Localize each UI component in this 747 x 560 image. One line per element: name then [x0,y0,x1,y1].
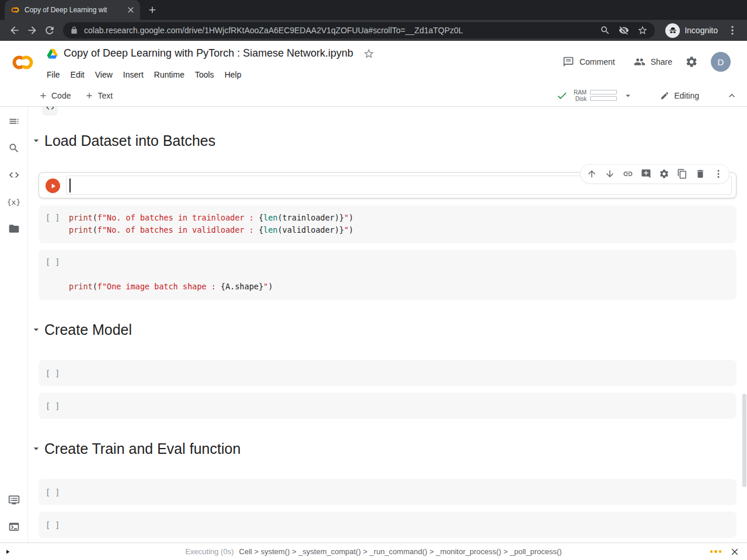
notebook-title[interactable]: Copy of Deep Learning with PyTorch : Sia… [64,47,353,60]
notebook-toolbar: Code Text RAM Disk Editing [0,85,747,107]
empty-code-cell[interactable]: [ ] [39,479,736,505]
notebook-scroll-area[interactable]: Load Dataset into Batches [ ] print(f"No… [28,107,747,542]
section-header-create-model: Create Model [30,320,132,340]
add-text-cell-button[interactable]: Text [85,91,113,100]
menu-file[interactable]: File [41,68,65,82]
section-header-train-eval: Create Train and Eval function [30,439,240,459]
plus-icon [39,91,48,100]
ram-label: RAM [574,89,587,96]
move-cell-down-button[interactable] [602,167,617,181]
executing-label: Executing (0s) [185,547,233,556]
move-cell-up-button[interactable] [584,167,599,181]
new-tab-button[interactable] [147,5,158,15]
people-icon [634,56,645,68]
section-title: Load Dataset into Batches [44,132,215,149]
console-button[interactable] [0,487,27,513]
run-cell-button[interactable] [46,178,60,193]
cell-code[interactable]: print(f"One image batch shape : {A.shape… [69,250,273,300]
settings-button[interactable] [685,55,698,68]
browser-toolbar: colab.research.google.com/drive/1HWjcfRK… [0,20,747,41]
delete-cell-button[interactable] [693,167,707,181]
browser-tab-strip: Copy of Deep Learning wit [0,0,747,20]
section-collapse-icon[interactable] [30,324,42,335]
add-code-cell-button[interactable]: Code [39,91,71,100]
menu-tools[interactable]: Tools [190,68,219,82]
collapse-toolbar-button[interactable] [726,90,738,102]
menu-view[interactable]: View [90,68,118,82]
terminal-button[interactable] [0,513,27,540]
menu-bar: File Edit View Insert Runtime Tools Help [41,68,246,82]
cell-prompt: [ ] [39,369,60,378]
browser-tab[interactable]: Copy of Deep Learning wit [5,0,140,20]
cell-code[interactable]: print(f"No. of batches in trainloader : … [69,205,354,243]
connected-check-icon [556,90,568,102]
left-sidebar: {x} [0,107,28,542]
menu-edit[interactable]: Edit [65,68,90,82]
address-bar[interactable]: colab.research.google.com/drive/1HWjcfRK… [63,22,655,38]
more-cell-actions-button[interactable] [711,167,725,181]
browser-window: Copy of Deep Learning wit colab.research… [0,0,747,560]
busy-indicator [710,550,722,553]
expand-panel-button[interactable] [4,548,11,555]
empty-code-cell[interactable]: [ ] [39,393,736,419]
resource-labels: RAM Disk [574,89,587,102]
close-status-button[interactable] [729,547,740,557]
code-snippets-button[interactable] [0,162,27,188]
ram-usage-bar [590,90,617,94]
zoom-icon[interactable] [600,25,610,36]
cell-prompt: [ ] [39,205,69,243]
cell-prompt: [ ] [39,250,69,300]
editing-mode-button[interactable]: Editing [660,91,699,100]
copy-link-to-cell-button[interactable] [620,167,635,181]
url-text: colab.research.google.com/drive/1HWjcfRK… [84,26,594,35]
code-cell-image-shape[interactable]: [ ] print(f"One image batch shape : {A.s… [39,250,736,300]
menu-help[interactable]: Help [219,68,247,82]
status-bar: Executing (0s) Cell > system() > _system… [0,542,747,560]
share-button[interactable]: Share [634,56,672,68]
cell-settings-button[interactable] [657,167,671,181]
star-notebook-button[interactable] [363,48,375,60]
incognito-icon [665,23,680,38]
show-code-icon[interactable] [42,107,58,116]
tab-title: Copy of Deep Learning wit [25,6,121,14]
incognito-label: Incognito [685,26,718,35]
resource-usage[interactable] [590,90,617,101]
code-cell-batches[interactable]: [ ] print(f"No. of batches in trainloade… [39,205,736,243]
colab-logo-icon[interactable] [8,50,37,75]
browser-menu-button[interactable] [724,22,741,39]
google-drive-icon [47,48,58,60]
section-collapse-icon[interactable] [30,135,42,146]
reload-button[interactable] [41,22,58,39]
text-cursor [69,178,71,192]
empty-code-cell[interactable]: [ ] [39,360,736,386]
lock-icon[interactable] [70,26,78,34]
cell-gutter [39,173,66,198]
cell-prompt: [ ] [39,520,60,530]
tab-close-icon[interactable] [126,5,135,15]
mirror-cell-button[interactable] [675,167,689,181]
plus-icon [85,91,94,100]
empty-code-cell[interactable]: [ ] [39,512,736,538]
account-avatar[interactable]: D [711,52,731,72]
tracking-protection-icon[interactable] [619,25,629,36]
back-button[interactable] [6,22,23,39]
find-replace-button[interactable] [0,135,27,162]
comment-icon [563,56,574,68]
menu-runtime[interactable]: Runtime [149,68,190,82]
comment-button[interactable]: Comment [563,56,615,68]
forward-button[interactable] [23,22,41,39]
section-title: Create Train and Eval function [44,440,240,457]
bookmark-star-button[interactable] [637,25,648,36]
variables-button[interactable]: {x} [0,188,27,215]
disk-label: Disk [574,96,587,102]
colab-header: Copy of Deep Learning with PyTorch : Sia… [0,41,747,85]
colab-favicon-icon [11,5,20,15]
section-header-load-dataset: Load Dataset into Batches [30,131,215,150]
files-button[interactable] [0,215,27,242]
table-of-contents-button[interactable] [0,108,27,135]
section-collapse-icon[interactable] [30,443,42,454]
add-comment-button[interactable] [638,167,653,181]
vertical-scrollbar-thumb[interactable] [742,394,746,487]
resources-dropdown-button[interactable] [623,90,633,101]
menu-insert[interactable]: Insert [118,68,149,82]
